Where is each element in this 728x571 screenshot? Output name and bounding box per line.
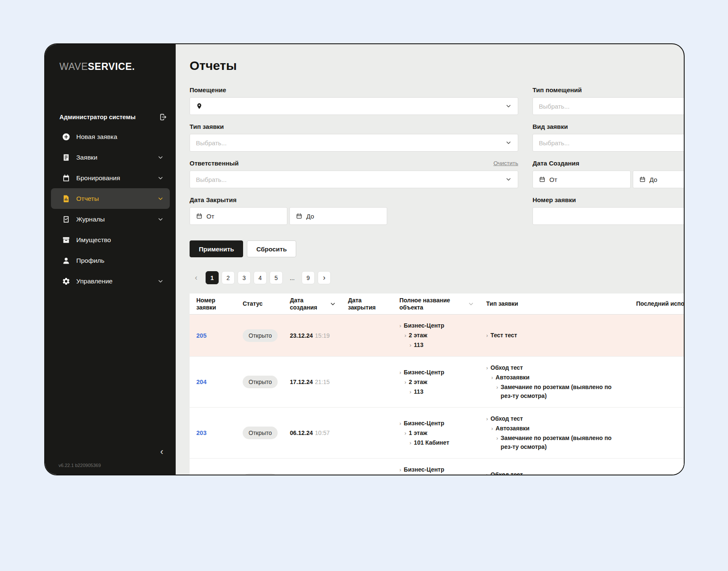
request-number-label: Номер заявки (533, 196, 576, 203)
sidebar-collapse-button[interactable]: ‹ (156, 447, 167, 458)
hierarchy-item-label: Автозаявки (495, 373, 530, 382)
page-button-5[interactable]: 5 (270, 271, 283, 284)
request-type-cell: ›Обход тест›Автозаявки›Замечание по розе… (479, 408, 629, 458)
chevron-down-icon (157, 175, 164, 181)
creation-date-label: Дата Создания (533, 160, 579, 167)
sidebar-item-label: Новая заявка (76, 133, 117, 141)
request-kind-input[interactable] (533, 134, 684, 152)
creation-date-from-input[interactable]: От (533, 171, 631, 188)
pagination: ‹12345...9› (190, 271, 684, 284)
table-row-205[interactable]: 205Открыто23.12.2415:19›Бизнес-Центр›2 э… (190, 315, 684, 357)
request-number-link[interactable]: 203 (196, 430, 206, 436)
request-type-select[interactable]: Выбрать... (190, 134, 518, 152)
brand-wave: WAVE (59, 61, 88, 72)
sidebar-item-label: Имущество (76, 236, 111, 244)
filter-room-type: Тип помещений (533, 85, 684, 115)
hierarchy-item-label: 1 этаж (409, 429, 427, 438)
sidebar-item-management[interactable]: Управление (51, 271, 170, 291)
filters-right-column: Тип помещений Вид заявки Дата Создания (533, 85, 684, 232)
chevron-down-icon (505, 139, 512, 146)
next-page-button[interactable]: › (318, 271, 331, 284)
page-button-4[interactable]: 4 (254, 271, 267, 284)
column-header-1: Номер заявки (190, 294, 236, 314)
page-button-9[interactable]: 9 (302, 271, 315, 284)
request-number-link[interactable]: 204 (196, 379, 206, 385)
page-button-2[interactable]: 2 (222, 271, 235, 284)
hierarchy-arrow-icon: › (486, 363, 488, 372)
sidebar-item-label: Журналы (76, 216, 105, 223)
sidebar-item-journals[interactable]: Журналы (51, 209, 170, 229)
hierarchy-item-label: Замечание по розеткам (выявлено по рез-т… (500, 383, 624, 400)
table-row-202[interactable]: 202Открыто05.12.2412:19›Бизнес-Центр›1 э… (190, 459, 684, 475)
journal-icon (62, 215, 70, 224)
object-path-cell: ›Бизнес-Центр›2 этаж›113 (393, 315, 479, 356)
sidebar: WAVESERVICE. Администратор системы Новая… (45, 44, 176, 475)
sidebar-menu: Новая заявкаЗаявкиБронированияОтчетыЖурн… (45, 126, 176, 291)
column-header-label: Номер заявки (196, 297, 231, 311)
filter-actions: Применить Сбросить (190, 240, 684, 257)
room-type-input[interactable] (533, 97, 684, 115)
room-select[interactable] (190, 97, 518, 115)
hierarchy-item-label: 113 (414, 341, 423, 350)
sidebar-item-label: Профиль (76, 257, 104, 264)
column-header-5[interactable]: Полное название объекта (393, 294, 479, 314)
sidebar-item-requests[interactable]: Заявки (51, 147, 170, 168)
hierarchy-arrow-icon: › (404, 331, 406, 340)
hierarchy-item-label: Тест тест (490, 331, 517, 340)
box-icon (62, 236, 70, 244)
request-type-label: Тип заявки (190, 123, 224, 130)
request-number-link[interactable]: 205 (196, 332, 206, 339)
page-title: Отчеты (190, 59, 684, 73)
user-name: Администратор системы (59, 114, 136, 120)
hierarchy-item-label: Бизнес-Центр (404, 419, 444, 428)
closed-date-cell (341, 315, 393, 356)
closing-date-to-input[interactable]: До (289, 207, 387, 225)
calendar-icon (539, 176, 546, 183)
logout-icon[interactable] (159, 113, 167, 121)
page-button-1[interactable]: 1 (206, 271, 219, 284)
status-badge: Открыто (243, 329, 278, 342)
report-icon (62, 195, 70, 203)
table-body: 205Открыто23.12.2415:19›Бизнес-Центр›2 э… (190, 315, 684, 475)
sidebar-item-new-request[interactable]: Новая заявка (51, 126, 170, 147)
sidebar-item-bookings[interactable]: Бронирования (51, 168, 170, 188)
apply-button[interactable]: Применить (190, 240, 243, 257)
app-version: v6.22.1 b220905369 (45, 458, 176, 475)
reset-button[interactable]: Сбросить (247, 240, 296, 257)
created-date-cell: 23.12.2415:19 (283, 315, 341, 356)
filter-creation-date: Дата Создания От До (533, 159, 684, 188)
sidebar-item-label: Заявки (76, 154, 97, 161)
hierarchy-item-label: Бизнес-Центр (404, 465, 444, 474)
sidebar-item-label: Отчеты (76, 195, 99, 203)
creation-date-to-input[interactable]: До (633, 171, 684, 188)
created-date-cell: 06.12.2410:57 (283, 408, 341, 458)
table-row-203[interactable]: 203Открыто06.12.2410:57›Бизнес-Центр›1 э… (190, 408, 684, 459)
table-header-row: Номер заявкиСтатусДата созданияДата закр… (190, 294, 684, 315)
object-path-cell: ›Бизнес-Центр›1 этаж›101 Кабинет (393, 408, 479, 458)
request-number-input[interactable] (533, 207, 684, 225)
hierarchy-arrow-icon: › (399, 368, 401, 377)
sidebar-item-profile[interactable]: Профиль (51, 250, 170, 271)
person-icon (62, 256, 70, 265)
column-header-label: Дата закрытия (348, 297, 388, 311)
responsible-placeholder: Выбрать... (196, 176, 227, 183)
table-row-204[interactable]: 204Открыто17.12.2421:15›Бизнес-Центр›2 э… (190, 357, 684, 408)
page-button-3[interactable]: 3 (238, 271, 251, 284)
hierarchy-arrow-icon: › (399, 465, 401, 474)
closing-date-from-input[interactable]: От (190, 207, 287, 225)
hierarchy-arrow-icon: › (410, 438, 411, 447)
filter-request-number: Номер заявки (533, 195, 684, 225)
chevron-down-icon (157, 154, 164, 161)
column-header-7: Последний исполнитель (629, 298, 684, 310)
responsible-select[interactable]: Выбрать... (190, 171, 518, 188)
sidebar-item-property[interactable]: Имущество (51, 229, 170, 250)
column-header-3[interactable]: Дата создания (283, 294, 341, 314)
gear-icon (62, 277, 70, 286)
chevron-down-icon (157, 195, 164, 202)
previous-page-button[interactable]: ‹ (190, 271, 203, 284)
filter-request-type: Тип заявки Выбрать... (190, 122, 518, 152)
clear-responsible-link[interactable]: Очистить (493, 160, 518, 166)
filter-closing-date: Дата Закрытия От До (190, 195, 518, 225)
sort-chevron-icon (468, 301, 474, 307)
sidebar-item-reports[interactable]: Отчеты (51, 188, 170, 209)
